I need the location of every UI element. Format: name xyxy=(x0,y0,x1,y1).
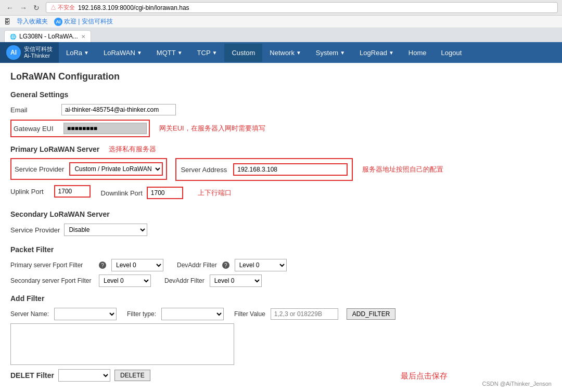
server-name-label: Server Name: xyxy=(10,310,49,318)
bookmark-import[interactable]: 导入收藏夹 xyxy=(17,17,48,26)
general-settings-title: General Settings xyxy=(10,90,552,99)
service-provider-select[interactable]: Custom / Private LoRaWAN Disable TTN xyxy=(69,162,163,176)
nav-logo: AI 安信可科技 Ai-Thinker xyxy=(0,42,59,63)
tcp-arrow-icon: ▼ xyxy=(212,50,218,56)
logo-text: 安信可科技 Ai-Thinker xyxy=(24,46,53,59)
bookmark-welcome[interactable]: AI 欢迎 | 安信可科技 xyxy=(54,17,113,26)
primary-fport-select[interactable]: Level 0 Level 1 Level 2 xyxy=(111,259,163,271)
downlink-port-label: Downlink Port xyxy=(101,189,143,197)
nav-menu: AI 安信可科技 Ai-Thinker LoRa▼ LoRaWAN▼ MQTT▼… xyxy=(0,42,562,63)
page-title: LoRaWAN Configuration xyxy=(10,71,552,82)
primary-fport-filter-row: Primary server Fport Filter ? Level 0 Le… xyxy=(10,259,552,271)
devaddr-help-icon[interactable]: ? xyxy=(222,262,229,269)
filter-value-label: Filter Value xyxy=(234,310,265,318)
server-address-note: 服务器地址按照自己的配置 xyxy=(362,165,443,174)
devaddr-filter-label: DevAddr Filter xyxy=(177,262,217,269)
csdn-watermark: CSDN @AiThinker_Jenson xyxy=(482,381,552,387)
nav-logread[interactable]: LogRead▼ xyxy=(352,44,401,62)
uplink-port-input[interactable] xyxy=(54,185,91,198)
service-provider-box: Service Provider Custom / Private LoRaWA… xyxy=(10,158,167,180)
tab-close-button[interactable]: ✕ xyxy=(81,34,85,40)
secondary-devaddr-select[interactable]: Level 0 Level 1 xyxy=(210,275,262,287)
mqtt-arrow-icon: ▼ xyxy=(177,50,183,56)
nav-system[interactable]: System▼ xyxy=(309,44,352,62)
logread-arrow-icon: ▼ xyxy=(389,50,394,56)
secondary-service-provider-label: Service Provider xyxy=(10,226,60,234)
downlink-port-input[interactable] xyxy=(147,187,183,199)
server-address-label: Server Address xyxy=(181,166,227,174)
primary-server-note: 选择私有服务器 xyxy=(109,145,156,154)
system-arrow-icon: ▼ xyxy=(340,50,345,56)
server-name-select[interactable] xyxy=(54,308,117,320)
secondary-service-provider-row: Service Provider Disable xyxy=(10,224,552,236)
devaddr-filter-select[interactable]: Level 0 Level 1 xyxy=(235,259,287,271)
forward-button[interactable]: → xyxy=(18,3,29,13)
security-warning: △ 不安全 xyxy=(50,4,75,11)
gateway-eui-label: Gateway EUI xyxy=(14,125,60,133)
delet-filter-row: DELET Filter DELETE xyxy=(10,369,552,382)
secondary-fport-filter-row: Secondary server Fport Filter Level 0 Le… xyxy=(10,275,552,287)
refresh-button[interactable]: ↻ xyxy=(31,3,42,13)
secondary-devaddr-label: DevAddr Filter xyxy=(164,277,205,284)
delet-filter-title: DELET Filter xyxy=(10,371,54,380)
add-filter-button[interactable]: ADD_FILTER xyxy=(347,308,395,320)
filter-type-label: Filter type: xyxy=(127,310,156,318)
primary-fport-label: Primary server Fport Filter xyxy=(10,262,94,269)
nav-network[interactable]: Network▼ xyxy=(262,44,309,62)
email-label: Email xyxy=(10,106,57,114)
packet-filter-title: Packet Filter xyxy=(10,245,552,254)
email-row: Email xyxy=(10,104,552,115)
nav-lorawan[interactable]: LoRaWAN▼ xyxy=(96,44,149,62)
address-text: 192.168.3.109:8000/cgi-bin/lorawan.has xyxy=(78,4,189,11)
uplink-downlink-note: 上下行端口 xyxy=(198,188,232,198)
lorawan-arrow-icon: ▼ xyxy=(137,50,142,56)
secondary-server-title: Secondary LoRaWAN Server xyxy=(10,210,552,218)
nav-lora[interactable]: LoRa▼ xyxy=(59,44,96,62)
filter-type-select[interactable] xyxy=(161,308,224,320)
address-bar[interactable]: △ 不安全 192.168.3.109:8000/cgi-bin/lorawan… xyxy=(46,2,558,13)
gateway-eui-box: Gateway EUI xyxy=(10,120,150,137)
add-filter-row: Server Name: Filter type: Filter Value A… xyxy=(10,308,552,320)
save-note: 最后点击保存 xyxy=(401,371,448,381)
add-filter-section: Add Filter Server Name: Filter type: Fil… xyxy=(10,294,552,365)
email-input[interactable] xyxy=(61,104,176,115)
add-filter-title: Add Filter xyxy=(10,294,552,303)
secondary-fport-label: Secondary server Fport Filter xyxy=(10,277,94,284)
main-content: LoRaWAN Configuration General Settings E… xyxy=(0,63,562,392)
gateway-eui-row: Gateway EUI 网关EUI，在服务器入网时需要填写 xyxy=(10,120,552,137)
server-address-input[interactable] xyxy=(233,163,348,176)
lora-arrow-icon: ▼ xyxy=(84,50,89,56)
tab-label: LG308N - LoRaWA... xyxy=(19,33,78,40)
nav-custom[interactable]: Custom xyxy=(224,44,262,62)
nav-mqtt[interactable]: MQTT▼ xyxy=(149,44,190,62)
bookmark-import-icon: 🗄 xyxy=(4,18,10,25)
gateway-eui-input[interactable] xyxy=(63,123,147,134)
downlink-row: Downlink Port xyxy=(101,187,183,199)
uplink-row: Uplink Port xyxy=(10,185,91,198)
nav-buttons: ← → ↻ xyxy=(4,3,42,13)
uplink-port-label: Uplink Port xyxy=(10,188,44,195)
gateway-eui-note: 网关EUI，在服务器入网时需要填写 xyxy=(159,124,265,133)
filter-value-input[interactable] xyxy=(271,308,338,320)
nav-tcp[interactable]: TCP▼ xyxy=(190,44,225,62)
secondary-fport-select[interactable]: Level 0 Level 1 xyxy=(99,275,151,287)
logo-icon: AI xyxy=(6,45,21,60)
nav-home[interactable]: Home xyxy=(401,44,434,62)
network-arrow-icon: ▼ xyxy=(296,50,301,56)
filter-textarea[interactable] xyxy=(10,323,234,365)
bookmarks-bar: 🗄 导入收藏夹 AI 欢迎 | 安信可科技 xyxy=(0,16,562,28)
ai-icon: AI xyxy=(54,18,62,26)
primary-server-title: Primary LoRaWAN Server xyxy=(10,145,99,153)
nav-logout[interactable]: Logout xyxy=(433,44,469,62)
tab-favicon: 🌐 xyxy=(10,34,16,40)
server-address-box: Server Address xyxy=(175,158,353,181)
service-provider-label: Service Provider xyxy=(15,165,64,173)
browser-bar: ← → ↻ △ 不安全 192.168.3.109:8000/cgi-bin/l… xyxy=(0,0,562,16)
tab-bar: 🌐 LG308N - LoRaWA... ✕ xyxy=(0,28,562,42)
delet-filter-select[interactable] xyxy=(58,369,110,382)
primary-fport-help-icon[interactable]: ? xyxy=(99,262,106,269)
delete-button[interactable]: DELETE xyxy=(114,370,150,381)
active-tab[interactable]: 🌐 LG308N - LoRaWA... ✕ xyxy=(4,30,91,42)
secondary-service-provider-select[interactable]: Disable xyxy=(64,224,147,236)
back-button[interactable]: ← xyxy=(4,3,16,13)
